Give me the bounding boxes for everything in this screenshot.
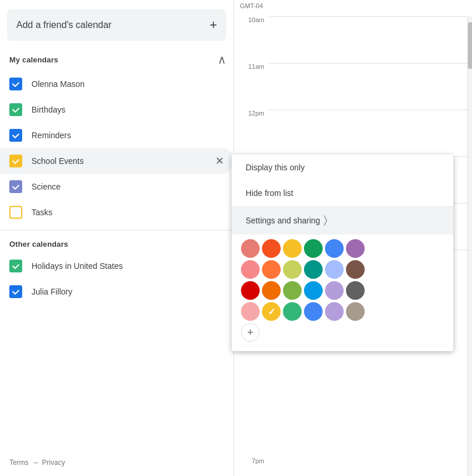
color-row-1: [241, 239, 444, 258]
color-light-pink[interactable]: [241, 302, 260, 321]
calendar-name-science: Science: [32, 182, 226, 191]
gmt-label: GMT-04: [234, 2, 269, 9]
calendar-name-reminders: Reminders: [32, 131, 226, 140]
color-grey[interactable]: [346, 281, 365, 300]
color-picker: +: [232, 235, 453, 344]
color-blue[interactable]: [304, 281, 323, 300]
calendar-item-reminders[interactable]: Reminders: [0, 123, 233, 148]
privacy-link[interactable]: Privacy: [42, 459, 65, 467]
display-only-item[interactable]: Display this only: [232, 155, 453, 180]
sidebar: Add a friend's calendar + My calendars ∧…: [0, 0, 233, 476]
scrollbar[interactable]: [467, 16, 472, 476]
cursor-icon: 〉: [324, 214, 327, 226]
color-banana[interactable]: [283, 239, 302, 258]
color-teal[interactable]: [304, 260, 323, 279]
calendar-name-olenna: Olenna Mason: [32, 79, 226, 89]
calendar-item-science[interactable]: Science: [0, 174, 233, 200]
hide-label: Hide from list: [246, 188, 293, 198]
add-friend-label: Add a friend's calendar: [16, 20, 111, 30]
checkbox-birthdays[interactable]: [9, 103, 22, 116]
close-icon[interactable]: ✕: [213, 152, 226, 170]
color-row-4: [241, 302, 444, 321]
color-cobalt[interactable]: [304, 302, 323, 321]
checkbox-holidays[interactable]: [9, 260, 22, 272]
hide-from-list-item[interactable]: Hide from list: [232, 180, 453, 206]
time-7pm: 7pm: [234, 457, 269, 464]
section-divider: [0, 230, 233, 230]
color-wisteria[interactable]: [325, 281, 344, 300]
time-12pm: 12pm: [234, 110, 269, 156]
checkbox-reminders[interactable]: [9, 129, 22, 142]
color-pink[interactable]: [241, 260, 260, 279]
chevron-up-icon: ∧: [218, 52, 226, 66]
grid-line-1: [269, 16, 472, 63]
color-green[interactable]: [283, 281, 302, 300]
color-yellow-selected[interactable]: [262, 302, 281, 321]
context-menu: Display this only Hide from list Setting…: [232, 155, 453, 351]
color-flamingo[interactable]: [262, 239, 281, 258]
grid-line-3: [269, 110, 472, 156]
calendar-name-holidays: Holidays in United States: [32, 261, 226, 271]
color-beige[interactable]: [346, 302, 365, 321]
color-peacock[interactable]: [325, 239, 344, 258]
calendar-item-tasks[interactable]: Tasks: [0, 200, 233, 225]
my-calendars-title: My calendars: [9, 55, 58, 64]
other-calendars-title: Other calendars: [9, 240, 68, 249]
calendar-name-birthdays: Birthdays: [32, 105, 226, 114]
time-10am: 10am: [234, 16, 269, 63]
color-tangerine[interactable]: [262, 260, 281, 279]
color-mauve[interactable]: [325, 302, 344, 321]
color-lavender[interactable]: [325, 260, 344, 279]
calendar-item-school-events[interactable]: School Events ✕: [0, 148, 233, 174]
calendar-item-julia[interactable]: Julia Fillory: [0, 279, 233, 304]
checkbox-olenna[interactable]: [9, 78, 22, 90]
checkbox-tasks[interactable]: [9, 206, 22, 219]
terms-dash: –: [34, 459, 38, 467]
color-red[interactable]: [241, 281, 260, 300]
calendar-name-school-events: School Events: [32, 156, 213, 166]
checkbox-school-events[interactable]: [9, 155, 22, 167]
color-orange[interactable]: [262, 281, 281, 300]
time-11am: 11am: [234, 63, 269, 110]
calendar-name-tasks: Tasks: [32, 208, 226, 217]
other-calendars-header[interactable]: Other calendars: [0, 235, 233, 253]
calendar-name-julia: Julia Fillory: [32, 287, 226, 296]
calendar-item-olenna[interactable]: Olenna Mason: [0, 71, 233, 97]
add-custom-color-button[interactable]: +: [241, 323, 260, 342]
checkbox-julia[interactable]: [9, 285, 22, 298]
settings-label: Settings and sharing: [246, 216, 320, 225]
color-tomato[interactable]: [241, 239, 260, 258]
color-row-3: [241, 281, 444, 300]
add-friend-button[interactable]: Add a friend's calendar +: [7, 9, 226, 41]
calendar-item-holidays[interactable]: Holidays in United States: [0, 253, 233, 279]
plus-icon: +: [209, 18, 217, 33]
display-only-label: Display this only: [246, 163, 305, 172]
terms-link[interactable]: Terms: [9, 459, 29, 467]
settings-sharing-item[interactable]: Settings and sharing 〉: [232, 206, 453, 235]
color-sage[interactable]: [304, 239, 323, 258]
calendar-item-birthdays[interactable]: Birthdays: [0, 97, 233, 123]
color-lime[interactable]: [283, 260, 302, 279]
checkbox-science[interactable]: [9, 180, 22, 193]
my-calendars-header[interactable]: My calendars ∧: [0, 48, 233, 71]
grid-line-2: [269, 63, 472, 110]
color-emerald[interactable]: [283, 302, 302, 321]
color-row-2: [241, 260, 444, 279]
color-grape[interactable]: [346, 239, 365, 258]
terms-bar: Terms – Privacy: [9, 459, 68, 467]
color-graphite[interactable]: [346, 260, 365, 279]
scrollbar-thumb[interactable]: [468, 22, 472, 69]
